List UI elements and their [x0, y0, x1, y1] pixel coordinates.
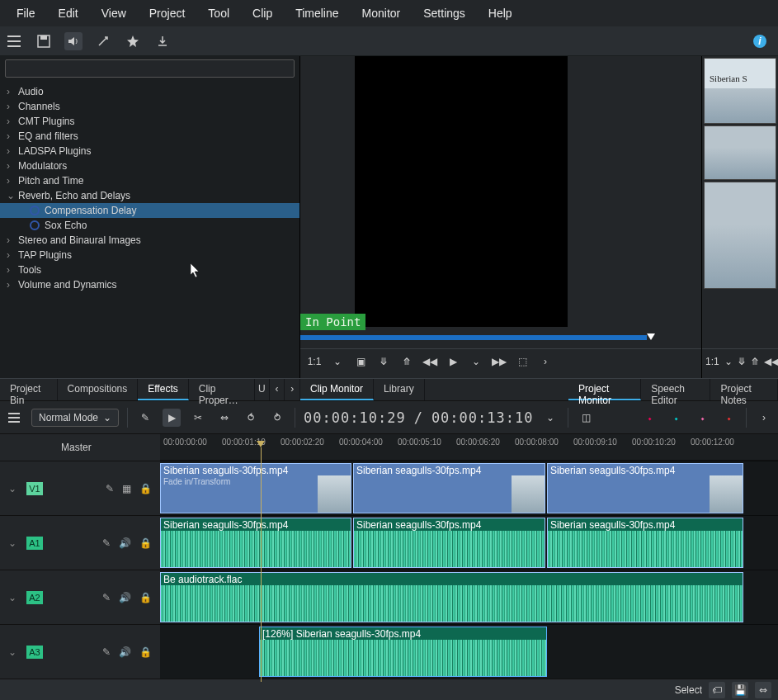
audio-clip[interactable]: Siberian seagulls-30fps.mp4 — [353, 518, 545, 568]
expand-icon[interactable]: ⇔ — [755, 682, 771, 698]
forward-icon[interactable]: ▶▶ — [492, 356, 507, 367]
lock-icon[interactable]: 🔒 — [139, 483, 152, 494]
clip-monitor-viewport[interactable] — [355, 56, 568, 327]
tree-item-audio[interactable]: ›Audio — [0, 84, 299, 99]
tree-child-soxecho[interactable]: Sox Echo — [0, 218, 299, 233]
info-icon[interactable]: i — [753, 35, 766, 48]
download-icon[interactable] — [153, 32, 172, 50]
marker-red2-icon[interactable]: ⬩ — [719, 409, 738, 427]
tab-clip-properties[interactable]: Clip Proper… — [189, 379, 255, 400]
track-v1[interactable]: Siberian seagulls-30fps.mp4Fade in/Trans… — [160, 461, 778, 515]
tool-wand-icon[interactable]: ✎ — [136, 409, 154, 427]
film-icon[interactable]: ▦ — [122, 483, 131, 494]
save-icon[interactable]: 💾 — [732, 682, 748, 698]
tree-item-modulators[interactable]: ›Modulators — [0, 158, 299, 173]
track-head-a2[interactable]: ⌄ A2 ✎🔊🔒 — [0, 570, 160, 624]
playhead[interactable] — [261, 447, 262, 682]
tree-item-tap[interactable]: ›TAP Plugins — [0, 248, 299, 262]
tab-next-icon[interactable]: › — [285, 379, 300, 400]
timeline-ruler[interactable]: 00:00:00:00 00:00:01:10 00:00:02:20 00:0… — [160, 434, 778, 461]
next-icon[interactable]: › — [538, 356, 553, 367]
collapse-icon[interactable]: ⌄ — [8, 592, 20, 603]
marker-teal-icon[interactable]: ⬩ — [667, 409, 685, 427]
menu-settings[interactable]: Settings — [413, 3, 475, 23]
lock-icon[interactable]: 🔒 — [139, 646, 152, 658]
rewind-icon[interactable]: ◀◀ — [422, 356, 437, 367]
audio-icon[interactable] — [64, 32, 83, 50]
tool-select-icon[interactable]: ▶ — [163, 409, 181, 427]
track-tag[interactable]: V1 — [26, 482, 43, 495]
tree-child-compdelay[interactable]: Compensation Delay — [0, 203, 299, 218]
menu-monitor[interactable]: Monitor — [352, 3, 411, 23]
ratio-button[interactable]: 1:1 — [307, 356, 322, 367]
menu-file[interactable]: File — [7, 3, 45, 23]
tag-icon[interactable]: 🏷 — [709, 682, 725, 698]
track-head-a3[interactable]: ⌄ A3 ✎🔊🔒 — [0, 624, 160, 679]
tool-zone-out-icon[interactable]: ⥁ — [268, 409, 286, 427]
clip-monitor-scrubber[interactable] — [300, 333, 701, 343]
audio-icon[interactable]: 🔊 — [119, 592, 131, 603]
playhead-marker[interactable] — [647, 333, 655, 340]
audio-clip[interactable]: Be audiotrack.flac — [160, 572, 743, 622]
track-tag[interactable]: A3 — [26, 646, 43, 659]
track-tag[interactable]: A1 — [26, 537, 43, 550]
track-a1[interactable]: Siberian seagulls-30fps.mp4 Siberian sea… — [160, 515, 778, 570]
tree-item-volume[interactable]: ›Volume and Dynamics — [0, 277, 299, 292]
tab-project-notes[interactable]: Project Notes — [710, 379, 778, 400]
in-icon[interactable]: ⤋ — [376, 356, 391, 367]
collapse-icon[interactable]: ⌄ — [8, 646, 20, 658]
tool-zone-in-icon[interactable]: ⥀ — [242, 409, 260, 427]
lock-icon[interactable]: 🔒 — [139, 537, 152, 549]
menu-tool[interactable]: Tool — [198, 3, 239, 23]
track-head-v1[interactable]: ⌄ V1 ✎▦🔒 — [0, 461, 160, 515]
chevron-down-icon[interactable]: ⌄ — [469, 356, 483, 367]
stop-icon[interactable]: ▣ — [353, 356, 368, 367]
tool-spacer-icon[interactable]: ⇔ — [215, 409, 233, 427]
tool-cut-icon[interactable]: ✂ — [189, 409, 207, 427]
tab-project-monitor[interactable]: Project Monitor — [568, 379, 641, 400]
effects-search-input[interactable] — [5, 59, 295, 78]
tab-compositions[interactable]: Compositions — [58, 379, 139, 400]
tree-item-stereo[interactable]: ›Stereo and Binaural Images — [0, 233, 299, 248]
edit-mode-selector[interactable]: Normal Mode⌄ — [31, 409, 119, 427]
audio-icon[interactable]: 🔊 — [119, 646, 131, 658]
audio-clip[interactable]: Siberian seagulls-30fps.mp4 — [547, 518, 743, 568]
menu-timeline[interactable]: Timeline — [285, 3, 348, 23]
video-clip[interactable]: Siberian seagulls-30fps.mp4 — [547, 463, 743, 513]
track-a2[interactable]: Be audiotrack.flac — [160, 570, 778, 624]
in-icon[interactable]: ⤋ — [738, 356, 746, 367]
menu-project[interactable]: Project — [139, 3, 196, 23]
timeline-body[interactable]: 00:00:00:00 00:00:01:10 00:00:02:20 00:0… — [160, 434, 778, 682]
edit-icon[interactable]: ✎ — [102, 646, 111, 658]
edit-icon[interactable]: ✎ — [102, 592, 111, 603]
collapse-icon[interactable]: ⌄ — [8, 483, 20, 494]
audio-icon[interactable]: 🔊 — [119, 537, 131, 549]
list-icon[interactable] — [5, 32, 23, 50]
track-tag[interactable]: A2 — [26, 591, 43, 604]
star-icon[interactable] — [124, 32, 142, 50]
edit-icon[interactable]: ✎ — [102, 537, 111, 549]
menu-help[interactable]: Help — [479, 3, 522, 23]
marker-pink-icon[interactable]: ⬩ — [693, 409, 711, 427]
chevron-down-icon[interactable]: ⌄ — [330, 356, 345, 367]
edit-icon[interactable]: ✎ — [106, 483, 114, 494]
menu-view[interactable]: View — [92, 3, 136, 23]
out-icon[interactable]: ⤊ — [399, 356, 414, 367]
track-a3[interactable]: [126%] Siberian seagulls-30fps.mp4 — [160, 624, 778, 679]
menu-clip[interactable]: Clip — [243, 3, 282, 23]
tab-speech-editor[interactable]: Speech Editor — [641, 379, 710, 400]
toolbar-next-icon[interactable]: › — [755, 409, 773, 427]
save-icon[interactable] — [35, 32, 53, 50]
marker-red-icon[interactable]: ⬩ — [640, 409, 658, 427]
video-clip[interactable]: Siberian seagulls-30fps.mp4Fade in/Trans… — [160, 463, 351, 513]
tab-project-bin[interactable]: Project Bin — [0, 379, 58, 400]
tree-item-pitch[interactable]: ›Pitch and Time — [0, 173, 299, 188]
zone-marker[interactable] — [300, 335, 647, 340]
audio-clip[interactable]: [126%] Siberian seagulls-30fps.mp4 — [259, 627, 547, 677]
pip-icon[interactable]: ◫ — [577, 409, 595, 427]
tree-item-reverb[interactable]: ⌄Reverb, Echo and Delays — [0, 188, 299, 203]
crop-icon[interactable]: ⬚ — [515, 356, 530, 367]
video-clip[interactable]: Siberian seagulls-30fps.mp4 — [353, 463, 545, 513]
tab-overflow[interactable]: U — [255, 379, 270, 400]
out-icon[interactable]: ⤊ — [751, 356, 759, 367]
